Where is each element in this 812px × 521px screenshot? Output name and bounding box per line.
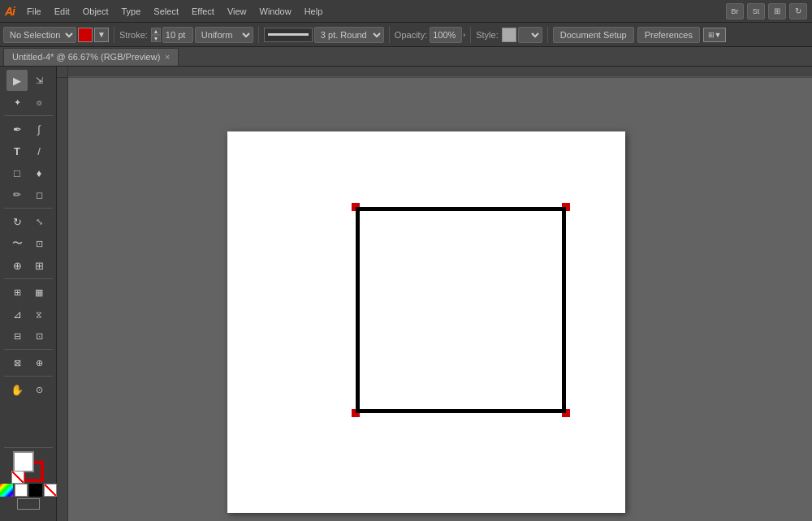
menu-view[interactable]: View xyxy=(222,5,253,18)
stroke-down-btn[interactable]: ▼ xyxy=(151,35,161,42)
toolsep-3 xyxy=(4,278,53,279)
fill-color-swatch[interactable] xyxy=(78,28,93,42)
rect-body xyxy=(356,207,566,413)
zoom-tool[interactable]: ⊙ xyxy=(28,379,50,400)
line-tool[interactable]: / xyxy=(28,140,50,161)
gradient-tool[interactable]: ▦ xyxy=(28,282,50,303)
menu-window[interactable]: Window xyxy=(254,5,297,18)
menu-edit[interactable]: Edit xyxy=(49,5,76,18)
graph-tool[interactable]: ⊟ xyxy=(6,325,28,347)
toolsep-2 xyxy=(4,208,53,209)
toolsep-5 xyxy=(4,376,53,377)
document-setup-button[interactable]: Document Setup xyxy=(553,27,634,43)
stroke-up-btn[interactable]: ▲ xyxy=(151,28,161,35)
sep4 xyxy=(470,27,471,43)
menu-type[interactable]: Type xyxy=(116,5,147,18)
free-transform-tool[interactable]: ⊡ xyxy=(28,233,50,254)
pen-tool[interactable]: ✒ xyxy=(6,118,28,140)
app-logo: Ai xyxy=(5,5,15,18)
tool-row-13: ⊠ ⊕ xyxy=(6,352,50,373)
perspective-tool[interactable]: ⊞ xyxy=(28,255,50,276)
lasso-tool[interactable]: ⌾ xyxy=(28,92,50,113)
ruler-ticks-h: // ticks rendered via CSS, skip xyxy=(68,67,812,78)
eyedropper-tool[interactable]: ⊿ xyxy=(6,304,28,325)
tabbar: Untitled-4* @ 66.67% (RGB/Preview) × xyxy=(0,47,812,67)
toolsep-6 xyxy=(4,447,53,448)
fill-indicator[interactable] xyxy=(13,451,34,472)
stroke-value-input[interactable] xyxy=(162,27,193,43)
bridge-icon[interactable]: Br xyxy=(726,3,744,19)
selection-tool[interactable]: ▶ xyxy=(6,70,28,91)
color-mode-btn[interactable] xyxy=(0,484,13,497)
selected-rect[interactable] xyxy=(349,200,572,420)
canvas-area[interactable]: // ticks rendered via CSS, skip xyxy=(57,67,812,521)
document-tab[interactable]: Untitled-4* @ 66.67% (RGB/Preview) × xyxy=(3,48,179,66)
rectangle-tool[interactable]: □ xyxy=(6,162,28,183)
preferences-button[interactable]: Preferences xyxy=(637,27,700,43)
toolbox: ▶ ⇲ ✦ ⌾ ✒ ∫ T / □ ♦ ✏ ◻ ↻ xyxy=(0,67,57,521)
stroke-line-preview[interactable] xyxy=(264,28,313,42)
curvature-tool[interactable]: ∫ xyxy=(28,118,50,140)
stroke-type-dropdown[interactable]: Uniform xyxy=(195,27,253,43)
fill-options-btn[interactable]: ▼ xyxy=(94,28,109,42)
tool-row-7: ↻ ⤡ xyxy=(6,211,50,232)
white-mode-btn[interactable] xyxy=(15,484,28,497)
selection-group: No Selection ▼ xyxy=(3,27,109,43)
style-dropdown[interactable] xyxy=(518,27,542,43)
paintbrush-tool[interactable]: ♦ xyxy=(28,162,50,183)
menu-object[interactable]: Object xyxy=(77,5,114,18)
tool-row-12: ⊟ ⊡ xyxy=(6,325,50,347)
tool-row-8: 〜 ⊡ xyxy=(6,233,50,254)
ruler-top: // ticks rendered via CSS, skip xyxy=(57,67,812,78)
mesh-tool[interactable]: ⊞ xyxy=(6,282,28,303)
stroke-width-dropdown[interactable]: 3 pt. Round xyxy=(314,27,384,43)
tool-row-5: □ ♦ xyxy=(6,162,50,183)
scale-tool[interactable]: ⤡ xyxy=(28,211,50,232)
tool-row-1: ▶ ⇲ xyxy=(6,70,50,91)
arrange-icon[interactable]: ⊞▼ xyxy=(703,28,726,42)
artboard-paper xyxy=(227,131,625,513)
tool-row-10: ⊞ ▦ xyxy=(6,282,50,303)
toolbar: No Selection ▼ Stroke: ▲ ▼ Uniform 3 pt.… xyxy=(0,23,812,47)
opacity-input[interactable] xyxy=(430,27,462,43)
canvas-proxy-inner[interactable] xyxy=(17,498,40,510)
tool-row-6: ✏ ◻ xyxy=(6,184,50,205)
menu-help[interactable]: Help xyxy=(299,5,329,18)
slice-tool[interactable]: ⊠ xyxy=(6,352,28,373)
pencil-tool[interactable]: ✏ xyxy=(6,184,28,205)
ruler-left xyxy=(57,78,68,521)
type-tool[interactable]: T xyxy=(6,140,28,161)
menu-effect[interactable]: Effect xyxy=(186,5,220,18)
tool-row-2: ✦ ⌾ xyxy=(6,92,50,113)
opacity-group: Opacity: › xyxy=(395,27,465,43)
opacity-expand-btn[interactable]: › xyxy=(463,31,465,39)
selection-dropdown[interactable]: No Selection xyxy=(3,27,76,43)
none-mode-btn[interactable] xyxy=(44,484,57,497)
grid-icon[interactable]: ⊞ xyxy=(768,3,786,19)
color-modes xyxy=(0,484,57,497)
none-indicator[interactable] xyxy=(11,471,24,484)
tab-close-btn[interactable]: × xyxy=(165,53,170,62)
warp-tool[interactable]: 〜 xyxy=(6,233,28,254)
stock-icon[interactable]: St xyxy=(747,3,765,19)
toolsep-4 xyxy=(4,349,53,350)
canvas-proxy[interactable] xyxy=(6,498,50,515)
toolsep-1 xyxy=(4,115,53,116)
style-swatch[interactable] xyxy=(502,28,516,42)
sync-icon[interactable]: ↻ xyxy=(789,3,807,19)
eraser-tool[interactable]: ◻ xyxy=(28,184,50,205)
hand-tool[interactable]: ✋ xyxy=(6,379,28,400)
blend-tool[interactable]: ⧖ xyxy=(28,304,50,325)
shape-builder-tool[interactable]: ⊕ xyxy=(6,255,28,276)
artboard-tool[interactable]: ⊡ xyxy=(28,325,50,347)
black-mode-btn[interactable] xyxy=(29,484,42,497)
direct-selection-tool[interactable]: ⇲ xyxy=(28,70,50,91)
menu-select[interactable]: Select xyxy=(148,5,184,18)
fill-stroke-indicator xyxy=(13,451,44,482)
menu-file[interactable]: File xyxy=(21,5,47,18)
style-label: Style: xyxy=(476,30,499,40)
magic-wand-tool[interactable]: ✦ xyxy=(6,92,28,113)
stroke-group: Stroke: ▲ ▼ Uniform xyxy=(119,27,253,43)
symbol-tool[interactable]: ⊕ xyxy=(28,352,50,373)
rotate-tool[interactable]: ↻ xyxy=(6,211,28,232)
